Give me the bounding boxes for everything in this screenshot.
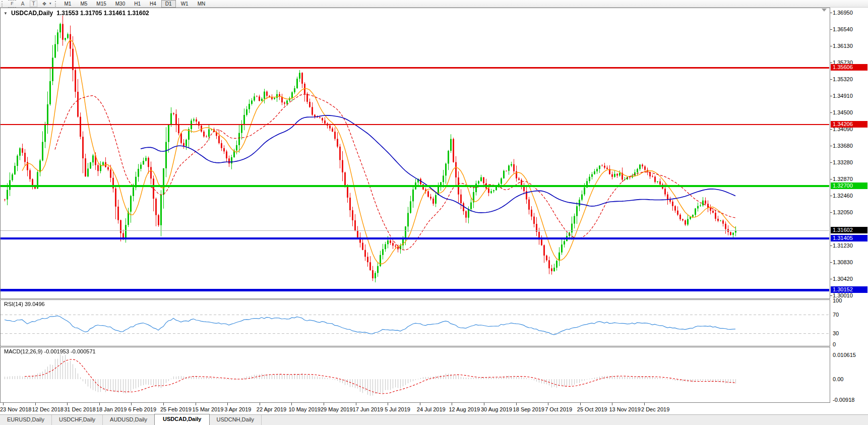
timeframe-button-m1[interactable]: M1: [60, 0, 76, 8]
timeframe-button-m15[interactable]: M15: [92, 0, 110, 8]
timeframe-button-m5[interactable]: M5: [76, 0, 91, 8]
price-tick-label: 1.30420: [833, 276, 853, 282]
fibonacci-tool-icon[interactable]: F: [8, 0, 16, 8]
date-tick-mark: [35, 403, 36, 405]
date-tick-label: 31 Dec 2018: [64, 406, 95, 412]
price-tick-label: 1.36130: [833, 43, 853, 49]
macd-panel: [0, 347, 830, 403]
timeframe-buttons: M1M5M15M30H1H4D1W1MN: [60, 0, 210, 8]
price-tick-label: 1.30830: [833, 259, 853, 265]
date-tick-label: 2 Dec 2019: [641, 406, 669, 412]
price-tick-mark: [830, 29, 832, 30]
date-tick-mark: [291, 403, 292, 405]
level-tag-support-upper: 1.31405: [831, 235, 867, 241]
date-tick-label: 5 Jul 2019: [385, 406, 410, 412]
chart-title: ▼ USDCAD,Daily 1.31553 1.31705 1.31461 1…: [4, 10, 149, 17]
macd-tick-label: 0.00: [833, 376, 843, 382]
price-axis[interactable]: 1.369501.365401.361301.357301.353201.349…: [830, 8, 868, 414]
timeframe-button-w1[interactable]: W1: [177, 0, 193, 8]
price-tick-mark: [830, 129, 832, 130]
date-tick-mark: [388, 403, 388, 405]
timeframe-button-m30[interactable]: M30: [111, 0, 129, 8]
text-label-tool-icon[interactable]: T: [30, 1, 37, 7]
toolbar-grip-2[interactable]: [55, 1, 57, 7]
chart-tab-usdchf[interactable]: USDCHF,Daily: [52, 415, 103, 425]
price-tick-mark: [830, 96, 832, 96]
arrows-tool-icon[interactable]: ❖: [39, 1, 49, 7]
chart-ohlc-values: 1.31553 1.31705 1.31461 1.31602: [56, 10, 149, 17]
current-price-tag: 1.31602: [831, 227, 867, 233]
timeframe-button-h4[interactable]: H4: [146, 0, 160, 8]
price-tick-mark: [830, 279, 832, 279]
date-tick-mark: [67, 403, 68, 405]
price-tick-label: 1.32870: [833, 176, 853, 182]
text-tool-icon[interactable]: A: [18, 1, 28, 7]
price-tick-mark: [830, 295, 832, 296]
rsi-tick-label: 70: [833, 312, 839, 318]
timeframe-button-h1[interactable]: H1: [130, 0, 145, 8]
date-tick-label: 25 Feb 2019: [160, 406, 192, 412]
price-tick-mark: [830, 212, 832, 213]
macd-canvas[interactable]: [1, 347, 830, 402]
date-tick-mark: [3, 403, 4, 405]
date-tick-mark: [452, 403, 452, 405]
date-tick-mark: [260, 403, 260, 405]
timeframe-button-d1[interactable]: D1: [161, 0, 176, 8]
chart-shift-marker-icon[interactable]: [822, 9, 827, 12]
date-tick-label: 6 Feb 2019: [128, 406, 156, 412]
top-toolbar: F A T ❖ ▾ M1M5M15M30H1H4D1W1MN: [0, 0, 868, 8]
price-tick-mark: [830, 196, 832, 196]
date-tick-mark: [516, 403, 517, 405]
rsi-canvas[interactable]: [1, 300, 830, 346]
price-tick-mark: [830, 246, 832, 246]
price-tick-label: 1.35320: [833, 76, 853, 82]
level-tag-resistance-lower: 1.34206: [831, 121, 867, 128]
rsi-tick-label: 30: [833, 330, 839, 336]
date-tick-label: 15 Mar 2019: [193, 406, 224, 412]
macd-tick-label: 0.010615: [833, 352, 856, 358]
date-tick-mark: [131, 403, 132, 405]
price-chart-canvas[interactable]: [1, 8, 830, 298]
price-tick-mark: [830, 179, 832, 179]
price-tick-mark: [830, 79, 832, 80]
chart-tab-usdcnh[interactable]: USDCNH,Daily: [209, 415, 262, 425]
date-tick-mark: [420, 403, 420, 405]
toolbar-grip[interactable]: [2, 1, 4, 7]
timeframe-button-mn[interactable]: MN: [194, 0, 210, 8]
date-tick-label: 29 May 2019: [321, 406, 353, 412]
date-tick-mark: [196, 403, 196, 405]
chart-tab-eurusd[interactable]: EURUSD,Daily: [0, 415, 52, 425]
date-tick-label: 30 Aug 2019: [481, 406, 512, 412]
date-tick-label: 18 Jan 2019: [96, 406, 127, 412]
date-tick-label: 12 Dec 2018: [32, 406, 64, 412]
trading-platform-window: F A T ❖ ▾ M1M5M15M30H1H4D1W1MN ▼ USDCAD,…: [0, 0, 868, 425]
chart-symbol-label: USDCAD,Daily: [11, 10, 53, 17]
price-tick-label: 1.34910: [833, 93, 853, 99]
price-tick-label: 1.32050: [833, 209, 853, 215]
date-axis[interactable]: 23 Nov 201812 Dec 201831 Dec 201818 Jan …: [0, 403, 830, 414]
arrows-dropdown-caret-icon[interactable]: ▾: [49, 2, 51, 6]
macd-tick-label: -0.00918: [833, 397, 854, 403]
rsi-indicator-label: RSI(14) 39.0496: [4, 301, 45, 307]
date-tick-mark: [548, 403, 548, 405]
rsi-panel: [0, 299, 830, 346]
price-tick-label: 1.36540: [833, 26, 853, 32]
date-tick-mark: [644, 403, 645, 405]
date-tick-label: 22 Apr 2019: [257, 406, 286, 412]
rsi-tick-label: 0: [833, 341, 836, 347]
date-tick-label: 3 Apr 2019: [224, 406, 251, 412]
chart-tab-usdcad[interactable]: USDCAD,Daily: [154, 414, 210, 425]
date-tick-mark: [227, 403, 228, 405]
price-tick-label: 1.33280: [833, 159, 853, 165]
date-tick-mark: [356, 403, 356, 405]
date-tick-mark: [612, 403, 612, 405]
chart-tab-audusd[interactable]: AUDUSD,Daily: [103, 415, 155, 425]
price-tick-label: 1.34500: [833, 109, 853, 115]
price-tick-mark: [830, 162, 832, 163]
price-tick-mark: [830, 63, 832, 63]
price-tick-mark: [830, 13, 832, 13]
chart-menu-arrow-icon[interactable]: ▼: [4, 11, 8, 16]
price-tick-label: 1.33680: [833, 143, 853, 149]
level-tag-resistance-upper: 1.35606: [831, 64, 867, 71]
price-tick-mark: [830, 262, 832, 263]
